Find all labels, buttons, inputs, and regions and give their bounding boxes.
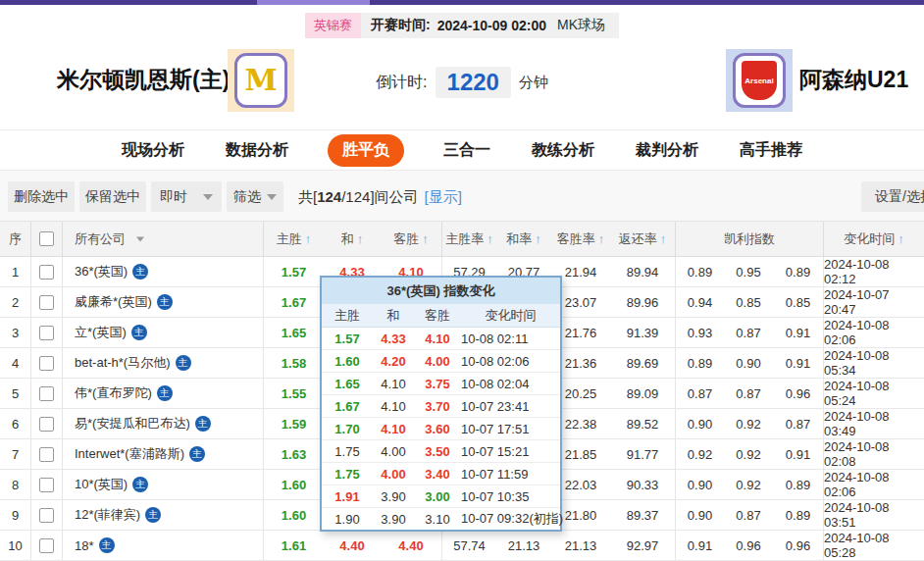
header-sort-draw-rate[interactable]: 和率↑ [496, 222, 551, 256]
tab-5[interactable]: 教练分析 [530, 134, 596, 167]
popup-draw-odds: 4.33 [373, 328, 414, 349]
odds-analysis-page: 英锦赛 开赛时间: 2024-10-09 02:00 MK球场 米尔顿凯恩斯(主… [0, 0, 924, 561]
home-marker-icon: 主 [132, 477, 148, 492]
header-company-filter[interactable]: 所有公司 [62, 222, 263, 256]
tab-7[interactable]: 高手推荐 [738, 134, 804, 167]
popup-away-odds: 3.70 [414, 395, 461, 417]
popup-draw-odds: 3.90 [373, 508, 414, 530]
instant-dropdown[interactable]: 即时 [151, 181, 222, 212]
kelly-draw-cell: 0.96 [724, 531, 773, 560]
home-odds-cell[interactable]: 1.60 [263, 500, 324, 530]
delete-selected-button[interactable]: 删除选中 [8, 181, 75, 212]
company-cell[interactable]: 易*(安提瓜和巴布达)主 [62, 409, 263, 438]
row-checkbox-cell[interactable] [30, 439, 62, 469]
filter-dropdown[interactable]: 筛选 [227, 181, 283, 212]
tab-1[interactable]: 现场分析 [120, 134, 186, 167]
header-sort-home[interactable]: 主胜↑ [263, 222, 324, 256]
company-cell[interactable]: 10*(英国)主 [62, 470, 263, 499]
row-checkbox-cell[interactable] [30, 409, 62, 438]
row-checkbox-cell[interactable] [30, 318, 62, 347]
header-sort-away[interactable]: 客胜↑ [381, 222, 441, 256]
company-cell[interactable]: bet-at-h*(马尔他)主 [62, 348, 263, 378]
home-odds-cell[interactable]: 1.61 [263, 531, 324, 560]
row-checkbox[interactable] [39, 508, 54, 523]
company-name: 12*(菲律宾) [75, 506, 140, 524]
kickoff-time: 2024-10-09 02:00 [437, 18, 546, 33]
home-marker-icon: 主 [157, 385, 173, 401]
row-checkbox-cell[interactable] [30, 500, 62, 530]
popup-change-time: 10-07 23:41 [461, 395, 560, 417]
header-sort-away-rate[interactable]: 客胜率↑ [551, 222, 610, 256]
popup-away-odds: 3.75 [414, 373, 461, 394]
row-checkbox[interactable] [39, 265, 54, 280]
sort-asc-icon: ↑ [422, 231, 429, 246]
row-checkbox-cell[interactable] [30, 348, 62, 378]
select-all-checkbox[interactable] [30, 222, 62, 256]
row-checkbox[interactable] [39, 417, 54, 432]
home-marker-icon: 主 [131, 325, 147, 340]
header-sort-draw[interactable]: 和↑ [324, 222, 381, 256]
row-checkbox[interactable] [39, 447, 54, 462]
company-cell[interactable]: 立*(英国)主 [62, 318, 263, 347]
tab-4[interactable]: 三合一 [441, 134, 492, 167]
payout-cell: 89.37 [610, 500, 675, 530]
payout-cell: 89.96 [610, 287, 675, 317]
header-sort-time[interactable]: 变化时间↑ [823, 222, 924, 256]
draw-odds-cell[interactable]: 4.40 [324, 531, 381, 560]
sort-asc-icon: ↑ [660, 231, 667, 246]
popup-away-odds: 3.00 [414, 485, 461, 507]
chevron-down-icon [267, 194, 277, 200]
company-cell[interactable]: 威廉希*(英国)主 [62, 287, 263, 317]
home-rate-cell: 57.74 [441, 531, 496, 560]
tab-6[interactable]: 裁判分析 [634, 134, 700, 167]
league-badge: 英锦赛 [305, 13, 361, 38]
home-odds-cell[interactable]: 1.57 [263, 257, 324, 286]
row-checkbox[interactable] [39, 478, 54, 492]
company-name: 18* [75, 538, 94, 553]
kelly-draw-cell: 0.85 [724, 287, 773, 317]
home-marker-icon: 主 [157, 294, 173, 310]
kelly-away-cell: 0.91 [773, 318, 823, 347]
row-checkbox[interactable] [39, 386, 54, 401]
company-cell[interactable]: 12*(菲律宾)主 [62, 500, 263, 530]
sort-asc-icon: ↑ [487, 231, 493, 246]
instant-dropdown-label: 即时 [160, 188, 187, 206]
home-odds-cell[interactable]: 1.65 [263, 318, 324, 347]
home-odds-cell[interactable]: 1.63 [263, 439, 324, 469]
away-odds-cell[interactable]: 4.40 [381, 531, 441, 560]
row-checkbox[interactable] [39, 356, 54, 371]
popup-change-time: 10-08 02:11 [461, 328, 560, 349]
company-cell[interactable]: 36*(英国)主 [62, 257, 263, 286]
home-odds-cell[interactable]: 1.55 [263, 379, 324, 408]
header-sort-home-rate[interactable]: 主胜率↑ [441, 222, 496, 256]
company-cell[interactable]: Interwet*(塞浦路斯)主 [62, 439, 263, 469]
row-checkbox-cell[interactable] [30, 257, 62, 286]
company-cell[interactable]: 伟*(直布罗陀)主 [62, 379, 263, 408]
teams-header: 米尔顿凯恩斯(主) M 倒计时: 1220 分钟 Arsenal 阿森纳U21 [0, 45, 924, 116]
keep-selected-button[interactable]: 保留选中 [79, 181, 146, 212]
row-checkbox-cell[interactable] [30, 531, 62, 560]
popup-home-odds: 1.75 [322, 440, 373, 462]
venue: MK球场 [557, 17, 605, 34]
home-odds-cell[interactable]: 1.67 [263, 287, 324, 317]
draw-rate-cell: 21.13 [496, 531, 551, 560]
company-cell[interactable]: 18*主 [62, 531, 263, 560]
row-checkbox-cell[interactable] [30, 470, 62, 499]
tab-2[interactable]: 数据分析 [224, 134, 290, 167]
row-checkbox[interactable] [39, 295, 54, 310]
row-checkbox-cell[interactable] [30, 379, 62, 408]
change-time-cell: 2024-10-08 02:06 [823, 318, 924, 347]
settings-select-button[interactable]: 设置/选择 [861, 181, 924, 212]
tab-3[interactable]: 胜平负 [328, 134, 404, 167]
kelly-away-cell: 0.87 [773, 409, 823, 438]
header-sort-payout[interactable]: 返还率↑ [610, 222, 675, 256]
show-link[interactable]: [显示] [425, 188, 462, 205]
row-checkbox[interactable] [39, 326, 54, 340]
home-odds-cell[interactable]: 1.59 [263, 409, 324, 438]
odds-table-header: 序 所有公司 主胜↑ 和↑ 客胜↑ 主胜率↑ 和率↑ 客胜率↑ 返还率↑ 凯利指… [0, 221, 924, 257]
home-odds-cell[interactable]: 1.60 [263, 470, 324, 499]
row-checkbox-cell[interactable] [30, 287, 62, 317]
popup-away-odds: 3.60 [414, 418, 461, 439]
home-odds-cell[interactable]: 1.58 [263, 348, 324, 378]
row-checkbox[interactable] [39, 538, 54, 553]
